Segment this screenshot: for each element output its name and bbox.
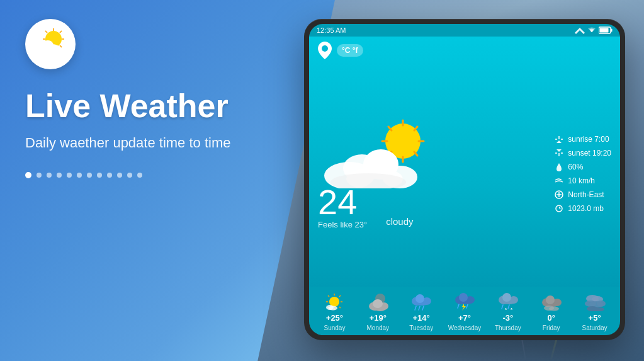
sunday-icon [322, 292, 347, 311]
forecast-tuesday: +14° Tuesday [400, 292, 443, 331]
tablet-frame: 12:35 AM [304, 19, 625, 340]
pressure-icon [554, 203, 564, 214]
svg-point-62 [415, 294, 424, 303]
cloudy-icon [540, 292, 563, 311]
dot-8 [97, 173, 102, 178]
pagination-dots [25, 172, 246, 178]
feels-like: Feels like 23° [318, 220, 367, 229]
dot-3 [47, 173, 52, 178]
svg-point-84 [546, 295, 555, 304]
svg-line-47 [339, 307, 341, 308]
stat-humidity: 60% [554, 162, 611, 172]
svg-line-63 [415, 306, 416, 310]
weather-stats: sunrise 7:00 sunset 19:20 [554, 134, 611, 214]
svg-line-64 [419, 306, 420, 310]
wednesday-temp: +7° [458, 313, 471, 323]
saturday-label: Saturday [582, 324, 607, 331]
forecast-monday: +19° Monday [356, 292, 400, 331]
svg-line-4 [60, 45, 62, 47]
svg-line-25 [388, 127, 392, 130]
forecast-wednesday: +7° Wednesday [443, 292, 487, 331]
svg-line-42 [559, 207, 560, 209]
thursday-label: Thursday [495, 324, 521, 331]
svg-line-45 [339, 295, 341, 297]
svg-point-58 [373, 299, 383, 308]
wind-icon [554, 176, 564, 186]
dot-2 [37, 173, 42, 178]
saturday-icon [582, 292, 607, 311]
stat-sunrise: sunrise 7:00 [554, 134, 611, 144]
svg-line-7 [45, 31, 47, 33]
svg-text:*: * [505, 307, 507, 311]
rainy-icon [410, 292, 432, 311]
left-panel: Live Weather Daily waether update time t… [0, 0, 271, 361]
forecast-friday: 0° Friday [529, 292, 573, 331]
svg-line-78 [508, 305, 509, 309]
tuesday-temp: +14° [413, 313, 430, 323]
wednesday-label: Wednesday [448, 324, 482, 331]
stat-direction: North-East [554, 190, 611, 200]
weather-main: °C °f [309, 37, 620, 287]
app-subtitle: Daily waether update time to time [25, 134, 246, 153]
unit-toggle[interactable]: °C °f [337, 44, 363, 57]
sunrise-icon [554, 134, 564, 144]
saturday-temp: +5° [589, 313, 601, 323]
svg-rect-15 [600, 28, 609, 33]
svg-line-65 [422, 306, 424, 310]
humidity-value: 60% [568, 163, 583, 171]
humidity-icon [554, 162, 564, 172]
svg-line-2 [60, 31, 62, 33]
dot-4 [57, 173, 62, 178]
svg-point-69 [459, 293, 468, 302]
tuesday-icon [409, 292, 434, 311]
sunrise-value: sunrise 7:00 [568, 135, 609, 144]
dot-9 [107, 173, 112, 178]
sunset-icon [554, 148, 564, 158]
dot-6 [77, 173, 82, 178]
dot-7 [87, 173, 92, 178]
sunny-icon [323, 292, 346, 311]
tuesday-label: Tuesday [409, 324, 433, 331]
forecast-thursday: * * -3° Thursday [486, 292, 529, 331]
svg-point-53 [329, 306, 337, 311]
app-logo [25, 19, 76, 69]
direction-icon [554, 190, 564, 200]
app-title: Live Weather [25, 88, 246, 124]
tablet-device: 12:35 AM [304, 19, 625, 340]
status-time: 12:35 AM [317, 26, 346, 34]
svg-line-51 [328, 295, 329, 297]
pressure-value: 1023.0 mb [568, 204, 604, 213]
svg-line-70 [458, 304, 459, 308]
thursday-temp: -3° [502, 313, 513, 323]
stat-sunset: sunset 19:20 [554, 148, 611, 158]
svg-marker-12 [575, 28, 585, 34]
snow-rain-icon: * * [497, 292, 519, 311]
status-icons [575, 26, 613, 34]
svg-line-71 [466, 304, 468, 308]
monday-label: Monday [367, 324, 390, 331]
tablet-screen: 12:35 AM [309, 24, 620, 335]
signal-icon [575, 26, 585, 34]
forecast-sunday: +25° Sunday [313, 292, 356, 331]
stat-pressure: 1023.0 mb [554, 203, 611, 214]
status-bar: 12:35 AM [309, 24, 620, 37]
main-cloud-icon [318, 138, 419, 188]
direction-value: North-East [568, 190, 604, 199]
svg-point-76 [502, 293, 511, 302]
layered-clouds-icon [584, 292, 606, 311]
sunday-temp: +25° [326, 313, 343, 323]
svg-rect-14 [611, 29, 613, 32]
dot-5 [67, 173, 72, 178]
svg-marker-72 [462, 304, 466, 311]
dot-1 [25, 172, 31, 178]
temperature-display: 24 [318, 185, 367, 220]
location-unit: °C °f [318, 42, 363, 59]
friday-label: Friday [543, 324, 560, 331]
weather-center: 24 Feels like 23° cloudy [318, 64, 611, 284]
friday-temp: 0° [548, 313, 555, 323]
logo-svg [31, 25, 69, 63]
forecast-saturday: +5° Saturday [573, 292, 616, 331]
forecast-bar: +25° Sunday +19° Mo [309, 287, 620, 335]
svg-point-16 [322, 45, 328, 52]
svg-line-19 [414, 127, 417, 130]
